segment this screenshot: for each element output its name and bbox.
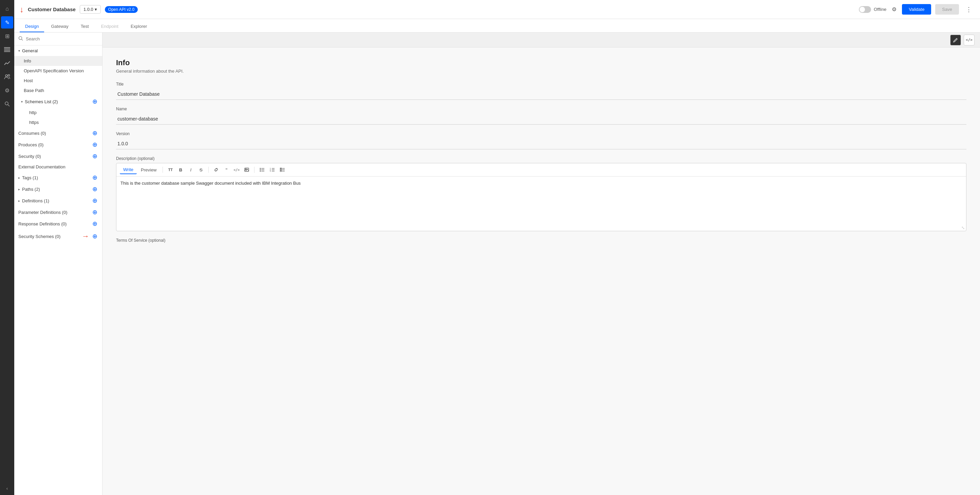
chevron-down-icon: ▾	[18, 49, 20, 53]
sidebar-item-base-path[interactable]: Base Path	[14, 86, 102, 96]
toggle-switch[interactable]	[859, 6, 871, 13]
svg-point-8	[19, 37, 22, 40]
description-text: This is the customer database sample Swa…	[121, 180, 301, 186]
add-definitions-button[interactable]: ⊕	[91, 197, 98, 204]
form-section: Info General information about the API. …	[102, 48, 980, 260]
search-global-icon[interactable]	[1, 98, 13, 110]
openapi-badge: Open API v2.0	[105, 6, 138, 13]
name-input[interactable]	[116, 113, 966, 125]
svg-point-6	[5, 102, 8, 105]
ul-button[interactable]	[257, 165, 267, 174]
strike-button[interactable]: S	[196, 165, 206, 174]
sidebar-item-host[interactable]: Host	[14, 76, 102, 86]
sidebar-item-http[interactable]: http	[14, 108, 102, 118]
tab-design[interactable]: Design	[20, 21, 44, 32]
add-security-schemes-button[interactable]: ⊕	[91, 233, 98, 240]
offline-toggle[interactable]: Offline	[859, 6, 886, 13]
add-produces-button[interactable]: ⊕	[91, 141, 98, 148]
version-label: 1.0.0	[83, 7, 93, 12]
https-label: https	[29, 120, 39, 125]
consumes-label: Consumes (0)	[18, 131, 46, 136]
bold-button[interactable]: B	[176, 165, 185, 174]
security-schemes-label: Security Schemes (0)	[18, 234, 60, 239]
save-button[interactable]: Save	[935, 4, 959, 14]
add-scheme-button[interactable]: ⊕	[91, 98, 98, 105]
sidebar-item-external-docs[interactable]: External Documentation	[14, 162, 102, 172]
tab-explorer[interactable]: Explorer	[125, 21, 152, 32]
ol-button[interactable]: 1. 2. 3.	[267, 165, 277, 174]
sidebar-item-info[interactable]: Info	[14, 56, 102, 66]
sidebar: ▾ General Info OpenAPI Specification Ver…	[14, 33, 102, 495]
description-editor: Write Preview TT B I S	[116, 163, 966, 231]
tt-button[interactable]: TT	[165, 165, 175, 174]
description-form-group: Description (optional) Write Preview TT …	[116, 156, 966, 231]
offline-label: Offline	[874, 7, 886, 12]
content-area: ▾ General Info OpenAPI Specification Ver…	[14, 33, 980, 495]
add-tags-button[interactable]: ⊕	[91, 174, 98, 181]
sidebar-item-param-defs[interactable]: Parameter Definitions (0) ⊕	[14, 206, 102, 218]
sidebar-item-paths[interactable]: ▸ Paths (2) ⊕	[14, 183, 102, 195]
users-icon[interactable]	[1, 70, 13, 83]
tab-test[interactable]: Test	[75, 21, 94, 32]
tab-endpoint: Endpoint	[96, 21, 124, 32]
sidebar-section-general[interactable]: ▾ General	[14, 45, 102, 56]
sidebar-item-openapi-spec[interactable]: OpenAPI Specification Version	[14, 66, 102, 76]
sidebar-section-schemes[interactable]: ▾ Schemes List (2) ⊕	[14, 96, 102, 108]
version-label: Version	[116, 131, 966, 136]
italic-button[interactable]: I	[186, 165, 196, 174]
home-icon[interactable]: ⌂	[1, 3, 13, 15]
description-content[interactable]: This is the customer database sample Swa…	[116, 177, 966, 231]
version-form-group: Version	[116, 131, 966, 149]
sidebar-item-consumes[interactable]: Consumes (0) ⊕	[14, 127, 102, 139]
add-security-button[interactable]: ⊕	[91, 153, 98, 160]
sidebar-item-produces[interactable]: Produces (0) ⊕	[14, 139, 102, 150]
search-bar	[14, 33, 102, 45]
image-button[interactable]	[242, 165, 251, 174]
version-input[interactable]	[116, 138, 966, 149]
schemes-label: Schemes List (2)	[25, 99, 89, 104]
section-title: Info	[116, 58, 966, 67]
sidebar-item-definitions[interactable]: ▸ Definitions (1) ⊕	[14, 195, 102, 206]
code-view-button[interactable]: </>	[964, 35, 975, 45]
version-selector[interactable]: 1.0.0 ▾	[80, 5, 101, 14]
svg-rect-3	[4, 51, 10, 52]
tab-gateway[interactable]: Gateway	[46, 21, 74, 32]
chevron-down-icon: ▾	[95, 7, 97, 12]
table-icon[interactable]	[1, 43, 13, 56]
sidebar-scroll: ▾ General Info OpenAPI Specification Ver…	[14, 45, 102, 495]
sidebar-item-tags[interactable]: ▸ Tags (1) ⊕	[14, 172, 102, 183]
grid-icon[interactable]: ⊞	[1, 30, 13, 42]
edit-view-button[interactable]	[950, 35, 961, 45]
info-label: Info	[24, 58, 31, 64]
analytics-icon[interactable]	[1, 57, 13, 69]
add-response-defs-button[interactable]: ⊕	[91, 220, 98, 227]
edit-icon[interactable]: ✎	[1, 16, 13, 29]
validate-button[interactable]: Validate	[902, 4, 931, 14]
more-options-icon[interactable]: ⋮	[963, 5, 975, 14]
code-button[interactable]: </>	[232, 165, 241, 174]
title-input[interactable]	[116, 89, 966, 100]
resize-handle[interactable]: ⤡	[961, 225, 965, 230]
add-consumes-button[interactable]: ⊕	[91, 130, 98, 136]
preview-tab[interactable]: Preview	[137, 166, 160, 174]
sidebar-item-response-defs[interactable]: Response Definitions (0) ⊕	[14, 218, 102, 230]
task-list-button[interactable]	[278, 165, 287, 174]
sidebar-item-https[interactable]: https	[14, 118, 102, 127]
svg-rect-1	[4, 49, 10, 49]
write-tab[interactable]: Write	[120, 166, 137, 174]
settings-icon[interactable]: ⚙	[1, 84, 13, 96]
section-general-label: General	[22, 48, 38, 53]
search-input[interactable]	[26, 36, 98, 42]
chevron-right-icon: ▸	[18, 199, 20, 203]
add-paths-button[interactable]: ⊕	[91, 186, 98, 193]
add-param-defs-button[interactable]: ⊕	[91, 209, 98, 216]
sidebar-item-security-schemes[interactable]: Security Schemes (0) → ⊕	[14, 230, 102, 243]
quote-button[interactable]: "	[221, 165, 231, 174]
link-button[interactable]	[212, 165, 221, 174]
settings-gear-icon[interactable]: ⚙	[891, 5, 898, 14]
main-content: </> Info General information about the A…	[102, 33, 980, 495]
collapse-icon[interactable]: ‹	[1, 484, 13, 492]
tos-form-group: Terms Of Service (optional)	[116, 238, 966, 243]
http-label: http	[29, 110, 37, 115]
sidebar-item-security[interactable]: Security (0) ⊕	[14, 150, 102, 162]
